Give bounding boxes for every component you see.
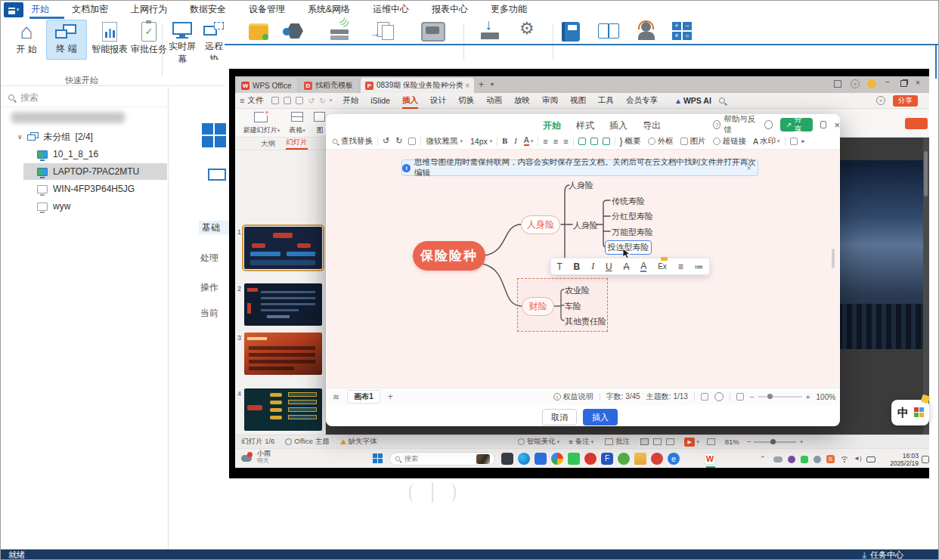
ribbon-tab-slideshow[interactable]: 放映 bbox=[508, 95, 536, 106]
mindmap-leaf-node[interactable]: 其他责任险 bbox=[565, 316, 606, 327]
font-family-select[interactable]: 微软雅黑▾ bbox=[426, 136, 463, 147]
mindmap-branch-node[interactable]: 人身险 bbox=[521, 215, 560, 234]
taskbar-wechat-icon[interactable] bbox=[568, 453, 580, 465]
wps-doc-tab-active[interactable]: P 0839期 保险业务险种分类、人 × bbox=[361, 78, 474, 93]
taskbar-red-app-icon[interactable] bbox=[651, 453, 663, 465]
search-input[interactable] bbox=[20, 92, 134, 103]
relation-icon[interactable] bbox=[590, 138, 598, 145]
toolbar-smart-report-button[interactable]: 智能报表 bbox=[90, 20, 129, 60]
notes-label[interactable]: 备注 bbox=[575, 437, 590, 447]
device-row-selected[interactable]: LAPTOP-7PAC2MTU bbox=[23, 163, 167, 180]
menu-item-doc-encrypt[interactable]: 文档加密 bbox=[72, 3, 108, 16]
close-icon[interactable]: × bbox=[916, 79, 920, 87]
mindmap-leaf-node[interactable]: 农业险 bbox=[565, 285, 590, 296]
taskbar-leaf-app-icon[interactable] bbox=[618, 453, 630, 465]
zoom-in-icon[interactable]: + bbox=[806, 393, 810, 401]
dialog-tab-style[interactable]: 样式 bbox=[575, 119, 596, 132]
wps-ai-icon[interactable]: ▲ bbox=[674, 97, 682, 105]
tab-close-icon[interactable]: × bbox=[465, 82, 470, 90]
weather-widget[interactable]: 小雨明天 bbox=[241, 450, 271, 465]
wps-docer-tab[interactable]: D 找稻壳模板 bbox=[299, 78, 358, 93]
bullet-list-icon[interactable]: ≡ bbox=[678, 261, 683, 272]
settings-tool-icon[interactable]: ⚙ bbox=[519, 20, 535, 37]
mindmap-leaf-node[interactable]: 传统寿险 bbox=[612, 196, 645, 207]
structure-icon[interactable] bbox=[578, 138, 586, 145]
taskbar-f-app-icon[interactable]: F bbox=[601, 453, 613, 465]
file-menu[interactable]: 文件 bbox=[247, 95, 263, 106]
menu-item-sys-network[interactable]: 系统&网络 bbox=[308, 3, 350, 16]
undo-icon[interactable]: ↺ bbox=[308, 96, 315, 105]
mindmap-leaf-node[interactable]: 分红型寿险 bbox=[612, 211, 653, 222]
ribbon-tab-transition[interactable]: 切换 bbox=[452, 95, 480, 106]
tray-battery-icon[interactable] bbox=[866, 456, 875, 463]
ribbon-tab-view[interactable]: 视图 bbox=[564, 95, 592, 106]
zoom-out-icon[interactable]: − bbox=[750, 393, 755, 401]
locate-icon[interactable] bbox=[714, 392, 724, 401]
align-right-icon[interactable]: ≡ bbox=[563, 137, 568, 146]
slide-thumbnail-4[interactable] bbox=[244, 388, 322, 431]
hyperlink-button[interactable]: 超链接 bbox=[713, 136, 747, 147]
tray-cloud-icon[interactable] bbox=[773, 456, 782, 463]
manual-tool-icon[interactable] bbox=[562, 22, 580, 42]
underline-icon[interactable]: U bbox=[606, 261, 612, 272]
table-button[interactable]: 表格▾ bbox=[285, 111, 309, 135]
menu-item-report-center[interactable]: 报表中心 bbox=[432, 3, 468, 16]
menu-item-ops-center[interactable]: 运维中心 bbox=[373, 3, 409, 16]
server-tool-icon[interactable]: ))) bbox=[330, 22, 350, 42]
insert-button[interactable]: 插入 bbox=[583, 409, 618, 425]
menu-item-device-mgmt[interactable]: 设备管理 bbox=[249, 3, 285, 16]
app-menu-button[interactable] bbox=[4, 2, 23, 17]
ribbon-tab-islide[interactable]: iSlide bbox=[364, 96, 396, 105]
mindmap-text-node[interactable]: 人身险 bbox=[569, 180, 593, 191]
hidden-panel-label[interactable]: 处理 bbox=[200, 252, 229, 265]
canvas-list-icon[interactable]: ≋ bbox=[333, 392, 339, 402]
align-center-icon[interactable]: ≡ bbox=[553, 137, 558, 146]
restore-icon[interactable] bbox=[900, 80, 907, 87]
bold-icon[interactable]: B bbox=[502, 137, 507, 145]
toolbar-remote-assist-button[interactable]: 远程协 bbox=[201, 20, 227, 60]
format-painter-icon[interactable] bbox=[408, 138, 416, 145]
wps-home-tab[interactable]: W WPS Office bbox=[237, 78, 297, 93]
slide-thumbnail-1[interactable] bbox=[244, 227, 322, 269]
zoom-in-icon[interactable]: + bbox=[799, 438, 804, 446]
taskbar-ie-icon[interactable]: e bbox=[668, 453, 680, 465]
calculator-tool-icon[interactable]: + − × = bbox=[672, 22, 693, 42]
mindmap-leaf-node[interactable]: 万能型寿险 bbox=[612, 227, 653, 238]
slide-thumbnail-3[interactable] bbox=[244, 333, 322, 375]
font-color-icon[interactable]: A bbox=[640, 261, 646, 272]
zoom-out-icon[interactable]: − bbox=[747, 438, 752, 446]
hidden-panel-label[interactable]: 操作 bbox=[200, 281, 229, 294]
device-tool-icon[interactable] bbox=[421, 22, 445, 42]
ribbon-tab-review[interactable]: 审阅 bbox=[536, 95, 564, 106]
start-button[interactable] bbox=[373, 453, 383, 464]
slide-thumbnail-2[interactable] bbox=[244, 283, 322, 326]
ribbon-tab-insert[interactable]: 插入 bbox=[396, 95, 424, 106]
ribbon-tab-start[interactable]: 开始 bbox=[336, 95, 364, 106]
image-button[interactable]: 图片 bbox=[680, 136, 706, 147]
branch-icon[interactable] bbox=[603, 138, 610, 145]
taskbar-edge-icon[interactable] bbox=[518, 453, 530, 465]
menu-item-data-security[interactable]: 数据安全 bbox=[190, 3, 226, 16]
align-left-icon[interactable]: ≡ bbox=[543, 137, 547, 146]
equation-icon[interactable]: Ex bbox=[658, 262, 667, 271]
docer-panel-chip[interactable] bbox=[905, 118, 928, 129]
outline-tab[interactable]: 大纲 bbox=[261, 139, 275, 149]
dock-window-icon[interactable] bbox=[820, 121, 827, 128]
wps-ai-button[interactable]: WPS AI bbox=[683, 96, 711, 105]
notification-center-icon[interactable] bbox=[922, 456, 929, 463]
redo-icon[interactable]: ↻ bbox=[319, 96, 326, 105]
beautify-label[interactable]: 智能美化 bbox=[527, 437, 556, 447]
taskbar-file-explorer-icon[interactable] bbox=[501, 453, 513, 465]
more-tools-icon[interactable] bbox=[790, 138, 798, 145]
dialog-tab-insert[interactable]: 插入 bbox=[608, 119, 629, 132]
redo-icon[interactable]: ↻ bbox=[395, 136, 402, 146]
fullscreen-icon[interactable] bbox=[707, 438, 715, 445]
mode-icon[interactable] bbox=[764, 120, 773, 129]
find-replace-button[interactable]: 查找替换 bbox=[332, 136, 373, 147]
new-slide-button[interactable]: + 新建幻灯片▾ bbox=[243, 111, 280, 135]
new-tab-icon[interactable]: + bbox=[479, 79, 484, 90]
font-color-dropdown-icon[interactable]: ▾ bbox=[531, 138, 534, 144]
taskbar-store-icon[interactable] bbox=[535, 453, 547, 465]
zoom-slider[interactable] bbox=[754, 441, 796, 443]
quickbar-dropdown-icon[interactable]: ▾ bbox=[330, 97, 333, 104]
